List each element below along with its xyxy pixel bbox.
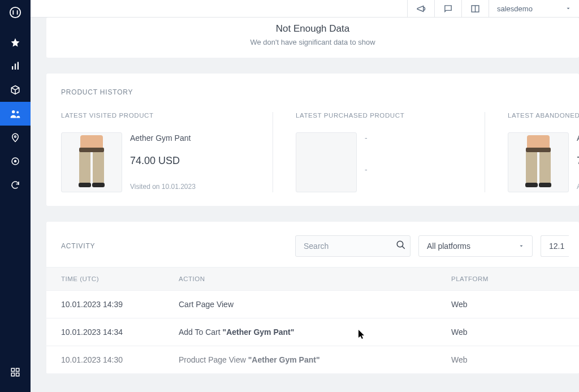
abandoned-product-price: 74.00 [577, 155, 579, 167]
date-dropdown[interactable]: 12.1 [541, 235, 569, 257]
cell-action: Product Page View "Aether Gym Pant" [179, 355, 451, 364]
sidebar-item-refresh[interactable] [0, 173, 31, 197]
workspace-label: salesdemo [497, 5, 533, 13]
visited-product-image [61, 132, 122, 192]
svg-rect-12 [16, 373, 19, 376]
svg-point-8 [15, 161, 16, 162]
visited-product-meta: Visited on 10.01.2023 [130, 183, 196, 191]
activity-header: ACTIVITY All platforms 12.1 [46, 222, 579, 267]
product-history-card: PRODUCT HISTORY LATEST VISITED PRODUCT A… [46, 74, 579, 206]
purchased-product-name: - [365, 133, 368, 143]
table-row[interactable]: 10.01.2023 14:39 Cart Page View Web [46, 291, 579, 318]
svg-rect-9 [11, 368, 14, 371]
latest-abandoned-label: LATEST ABANDONED PROD [508, 112, 579, 119]
platforms-label: All platforms [427, 242, 470, 251]
latest-purchased-label: LATEST PURCHASED PRODUCT [296, 112, 473, 119]
svg-rect-10 [16, 368, 19, 371]
activity-title: ACTIVITY [61, 242, 287, 250]
no-data-card: Not Enough Data We don't have significan… [46, 18, 579, 58]
svg-point-5 [16, 111, 19, 114]
activity-table-head: TIME (UTC) ACTION PLATFORM [46, 267, 579, 291]
sidebar-item-target[interactable] [0, 149, 31, 173]
no-data-subtitle: We don't have significant data to show [46, 38, 579, 46]
svg-rect-2 [15, 64, 16, 70]
svg-rect-1 [12, 66, 13, 70]
sidebar-item-users[interactable] [0, 102, 31, 126]
cell-time: 10.01.2023 14:39 [61, 300, 179, 309]
col-platform-header: PLATFORM [451, 275, 564, 282]
latest-abandoned-body: Aether 74.00 Abando [508, 132, 579, 192]
table-row[interactable]: 10.01.2023 14:30 Product Page View "Aeth… [46, 346, 579, 374]
latest-abandoned-col: LATEST ABANDONED PROD Aether 74.00 Aband… [485, 112, 579, 192]
cell-action-prefix: Cart Page View [179, 300, 234, 309]
content-area: Not Enough Data We don't have significan… [31, 18, 579, 392]
product-history-title: PRODUCT HISTORY [46, 74, 579, 96]
search-icon[interactable] [396, 240, 406, 252]
svg-line-16 [402, 246, 405, 249]
latest-visited-label: LATEST VISITED PRODUCT [61, 112, 261, 119]
cell-action-prefix: Add To Cart [179, 328, 223, 337]
sidebar-item-location[interactable] [0, 126, 31, 149]
sidebar-item-analytics[interactable] [0, 54, 31, 78]
sidebar-item-grid[interactable] [0, 360, 31, 384]
caret-down-icon [518, 242, 524, 251]
latest-visited-body: Aether Gym Pant 74.00 USD Visited on 10.… [61, 132, 261, 192]
latest-purchased-col: LATEST PURCHASED PRODUCT - - [273, 112, 485, 192]
cell-action: Add To Cart "Aether Gym Pant" [179, 328, 451, 337]
col-action-header: ACTION [179, 275, 451, 282]
purchased-product-price: - [365, 165, 368, 174]
topbar: salesdemo [31, 0, 579, 18]
search-input[interactable] [295, 235, 411, 257]
svg-rect-3 [18, 62, 19, 70]
table-row[interactable]: 10.01.2023 14:34 Add To Cart "Aether Gym… [46, 318, 579, 346]
svg-point-4 [12, 110, 15, 113]
columns-icon[interactable] [461, 0, 489, 18]
cell-platform: Web [451, 328, 564, 337]
sidebar-item-favorites[interactable] [0, 31, 31, 54]
chat-icon[interactable] [434, 0, 461, 18]
col-time-header: TIME (UTC) [61, 275, 179, 282]
cell-action: Cart Page View [179, 300, 451, 309]
svg-point-0 [10, 7, 20, 18]
latest-visited-col: LATEST VISITED PRODUCT Aether Gym Pant 7… [61, 112, 273, 192]
cell-time: 10.01.2023 14:30 [61, 355, 179, 364]
cell-action-bold: "Aether Gym Pant" [223, 328, 295, 337]
sidebar-item-box[interactable] [0, 78, 31, 102]
cell-action-prefix: Product Page View [179, 355, 248, 364]
abandoned-product-meta: Abando [577, 183, 579, 191]
svg-rect-11 [11, 373, 14, 376]
product-history-row: LATEST VISITED PRODUCT Aether Gym Pant 7… [46, 96, 579, 206]
purchased-product-image [296, 132, 357, 192]
platforms-dropdown[interactable]: All platforms [418, 235, 533, 257]
no-data-title: Not Enough Data [46, 22, 579, 35]
logo-icon [7, 5, 23, 20]
svg-point-6 [15, 136, 16, 137]
visited-product-name: Aether Gym Pant [130, 133, 196, 143]
date-label: 12.1 [549, 242, 564, 251]
activity-search [295, 235, 411, 257]
mouse-cursor-icon [358, 330, 365, 340]
svg-point-15 [397, 241, 403, 247]
latest-purchased-body: - - [296, 132, 473, 192]
cell-action-bold: "Aether Gym Pant" [248, 355, 320, 364]
announce-icon[interactable] [407, 0, 434, 18]
activity-card: ACTIVITY All platforms 12.1 TIME (UTC) A… [46, 222, 579, 374]
left-sidebar [0, 0, 31, 392]
cell-platform: Web [451, 355, 564, 364]
cell-time: 10.01.2023 14:34 [61, 328, 179, 337]
workspace-select[interactable]: salesdemo [489, 0, 579, 18]
cell-platform: Web [451, 300, 564, 309]
caret-down-icon [565, 5, 571, 13]
abandoned-product-image [508, 132, 569, 192]
visited-product-price: 74.00 USD [130, 155, 196, 167]
abandoned-product-name: Aether [577, 133, 579, 143]
